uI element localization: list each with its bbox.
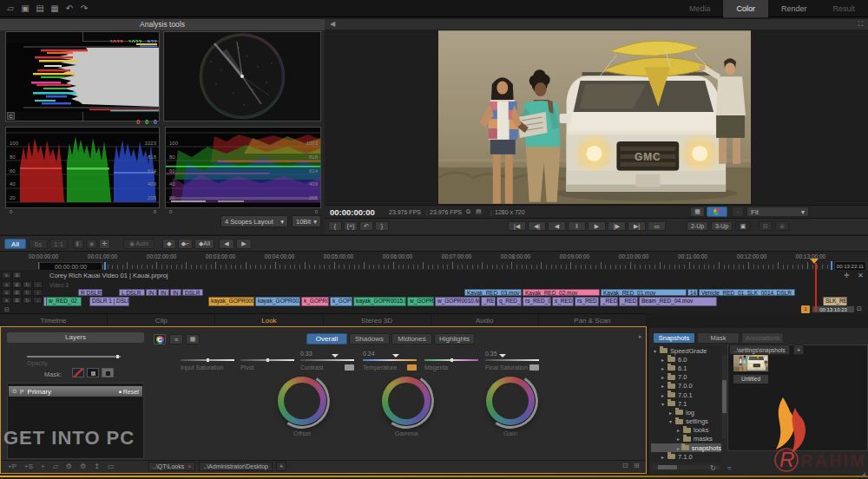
- slider-handle[interactable]: [392, 354, 399, 361]
- step-forward-button[interactable]: |▶: [608, 221, 626, 231]
- redo-icon[interactable]: ↷: [78, 3, 90, 15]
- pan-tool-button[interactable]: ✛: [99, 239, 110, 249]
- range-tab-overall[interactable]: Overall: [306, 333, 347, 344]
- track-number-icon[interactable]: ≡: [2, 297, 11, 304]
- lock-icon[interactable]: ⊠: [12, 289, 22, 296]
- caret-right-icon[interactable]: ▸: [661, 392, 667, 398]
- slider-temperature[interactable]: 0.24Temperature: [363, 351, 417, 375]
- three-up-button[interactable]: 3-Up: [711, 221, 733, 231]
- grade-tool-button[interactable]: ◉: [86, 239, 97, 249]
- tree-item-settings[interactable]: ▾settings: [651, 417, 721, 426]
- mask-outside-button[interactable]: [102, 368, 114, 377]
- tree-item-snapshots[interactable]: ▸snapshots: [651, 443, 721, 452]
- audio-icon[interactable]: ♪: [33, 289, 43, 296]
- mask-inside-button[interactable]: [87, 368, 99, 377]
- timeline-clip[interactable]: 14: [687, 289, 698, 296]
- gear2-icon[interactable]: ⚙: [80, 463, 86, 470]
- tree-item-log[interactable]: ▸log: [651, 408, 721, 417]
- sliders-mode-button[interactable]: ▦: [186, 334, 200, 344]
- add-tab-button[interactable]: +: [793, 344, 804, 355]
- monitor-a-icon[interactable]: ⊡: [622, 462, 628, 469]
- path-tab[interactable]: ..\QT\Looks×: [148, 462, 195, 471]
- marker-flag[interactable]: 1: [801, 305, 810, 313]
- tree-item-7-1[interactable]: ▾7.1: [651, 399, 721, 408]
- caret-right-icon[interactable]: ▸: [661, 454, 667, 460]
- lock-icon[interactable]: ⊠: [12, 297, 22, 304]
- opacity-handle[interactable]: [116, 355, 119, 358]
- refresh-icon[interactable]: ↻: [710, 464, 716, 472]
- timeline-clip[interactable]: Kayak_RED_02.mov: [523, 289, 600, 296]
- caret-right-icon[interactable]: ▸: [661, 374, 667, 380]
- close-tab-icon[interactable]: ×: [187, 463, 191, 469]
- save-frame-icon[interactable]: ▤: [476, 208, 482, 215]
- wave-icon[interactable]: ≈: [727, 464, 731, 472]
- histogram-channel-button[interactable]: C: [7, 112, 15, 120]
- opacity-slider[interactable]: [27, 356, 121, 358]
- next-keyframe-button[interactable]: ▶: [236, 239, 252, 249]
- next-edit-button[interactable]: ▶|: [628, 221, 646, 231]
- add-primary-icon[interactable]: +P: [8, 463, 16, 470]
- gear-icon[interactable]: ⚙: [66, 463, 72, 470]
- scopes-layout-select[interactable]: 4 Scopes Layout ▾: [220, 215, 288, 227]
- pause-button[interactable]: ‖: [568, 221, 586, 231]
- timeline-clip[interactable]: rs_RED_03.m: [575, 297, 599, 306]
- slate-button[interactable]: ▭: [648, 221, 666, 231]
- set-in-button[interactable]: {: [328, 221, 342, 231]
- analysis-panel-header[interactable]: Analysis tools: [0, 19, 325, 30]
- timeline-clip[interactable]: IN K: [158, 289, 169, 296]
- caret-down-icon[interactable]: ▾: [669, 418, 675, 424]
- zoom-fit-select[interactable]: Fit ▾: [746, 207, 809, 217]
- marker-timecode[interactable]: 00:13:10:23: [812, 305, 855, 313]
- curves-mode-button[interactable]: ≡: [169, 334, 183, 344]
- resize-grip-icon[interactable]: ◢: [861, 470, 865, 476]
- range-tab-highlights[interactable]: Highlights: [434, 333, 475, 344]
- video-frame[interactable]: [438, 30, 751, 204]
- tab-snapshots[interactable]: Snapshots: [653, 332, 695, 344]
- timeline-clip[interactable]: Vehicle_RED_01, SLK_0014, DSLR_0005.M: [699, 289, 795, 296]
- snapshot-card[interactable]: Untitled: [733, 351, 768, 384]
- add-secondary-icon[interactable]: +S: [24, 463, 33, 470]
- mask-none-button[interactable]: [72, 368, 84, 377]
- slider-track[interactable]: [363, 359, 417, 361]
- zoom-1-1-button[interactable]: 1:1: [49, 239, 68, 249]
- slider-handle[interactable]: [450, 358, 453, 362]
- timeline-clip[interactable]: Kayak_RED_03.mov: [464, 289, 522, 296]
- tree-item-masks[interactable]: ▸masks: [651, 435, 721, 443]
- tab-annotations[interactable]: Annotations: [741, 332, 784, 344]
- lock-icon[interactable]: ⊡: [857, 305, 862, 312]
- path-tab[interactable]: ..\Administrator\Desktop: [199, 462, 273, 471]
- timeline-clip[interactable]: DSLR 1 | DSLR_0: [89, 297, 129, 306]
- in-out-range-button[interactable]: {+}: [344, 221, 358, 231]
- play-button[interactable]: ▶: [588, 221, 606, 231]
- tree-item-6-1[interactable]: ▸6.1: [651, 364, 721, 372]
- monitor-icon[interactable]: ⧉: [466, 208, 470, 215]
- panel-tab-audio[interactable]: Audio: [431, 314, 539, 326]
- tree-item-7-1-0[interactable]: ▸7.1.0: [651, 452, 721, 461]
- eye-icon[interactable]: ⊙: [12, 388, 17, 395]
- sync-icon[interactable]: ↻: [23, 297, 32, 304]
- zoom-6s-button[interactable]: 6s: [29, 239, 48, 249]
- dual-monitor-button[interactable]: ⊟: [759, 221, 773, 231]
- scrollbar-thumb[interactable]: [722, 380, 727, 413]
- prev-edit-button[interactable]: ◀|: [528, 221, 546, 231]
- tree-item-6-0[interactable]: ▸6.0: [651, 355, 721, 364]
- range-tab-midtones[interactable]: Midtones: [391, 333, 432, 344]
- collapse-tracks-icon[interactable]: ⊟: [4, 306, 10, 313]
- move-panel-icon[interactable]: ✛: [844, 272, 850, 279]
- slider-input-saturation[interactable]: Input Saturation: [181, 351, 234, 375]
- timeline-clip[interactable]: _RED_0: [481, 297, 496, 306]
- lock-icon[interactable]: ⊠: [12, 272, 22, 279]
- grid-overlay-button[interactable]: ▦: [690, 207, 705, 217]
- timeline-clip[interactable]: w_GOPR0013: [407, 297, 434, 306]
- upload-icon[interactable]: ↥: [94, 463, 100, 470]
- timeline-clip[interactable]: DSLR_0: [182, 289, 203, 296]
- caret-right-icon[interactable]: ▸: [669, 410, 675, 416]
- undo-icon[interactable]: ↶: [63, 3, 76, 15]
- layer-row-primary[interactable]: ⊙ P Primary ■ Reset: [9, 386, 142, 397]
- caret-right-icon[interactable]: ▸: [677, 427, 683, 433]
- color-mode-button[interactable]: C: [154, 334, 166, 344]
- sync-icon[interactable]: ↻: [23, 289, 32, 296]
- tab-media[interactable]: Media: [676, 0, 724, 17]
- bit-depth-select[interactable]: 10Bit ▾: [292, 215, 321, 227]
- slider-magenta[interactable]: Magenta: [424, 351, 478, 375]
